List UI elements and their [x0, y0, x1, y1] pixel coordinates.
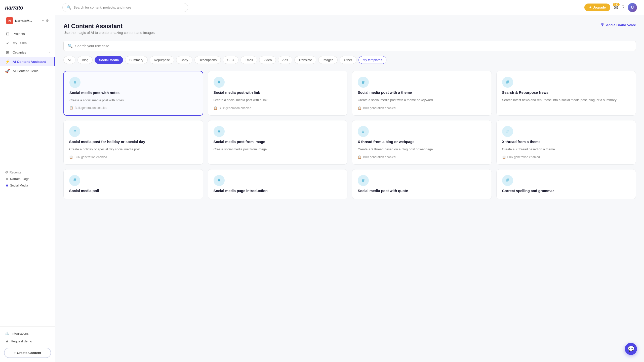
- card-icon: #: [358, 77, 369, 88]
- bulk-icon: 📋: [502, 155, 506, 159]
- topbar-right: ✦ Upgrade ✉ 380 ? U: [584, 3, 637, 12]
- global-search-input[interactable]: [73, 6, 184, 9]
- card-desc: Create social media post from image: [214, 147, 342, 159]
- sidebar-nav: ⊡ Projects ✓ My Tasks ⊞ Organize › ⚡ AI …: [0, 27, 55, 168]
- usecase-search-input[interactable]: [75, 44, 632, 48]
- filter-tab-other[interactable]: Other: [340, 56, 356, 64]
- card-desc: Create a social media post with a link: [214, 98, 342, 103]
- filter-tab-descriptions[interactable]: Descriptions: [194, 56, 221, 64]
- filter-tab-video[interactable]: Video: [259, 56, 276, 64]
- card-desc: Search latest news and repurpose into a …: [502, 98, 630, 110]
- card-title: Social media poll: [69, 189, 197, 193]
- content-area: AI Content Assistant Use the magic of AI…: [55, 15, 644, 362]
- sidebar-item-my-tasks[interactable]: ✓ My Tasks: [0, 38, 55, 48]
- card-social-page-intro[interactable]: # Social media page introduction: [208, 169, 348, 199]
- card-social-notes[interactable]: # Social media post with notes Create a …: [63, 71, 203, 116]
- sidebar-item-ai-content-genie[interactable]: 🚀 AI Content Genie: [0, 66, 55, 76]
- notifications-button[interactable]: ✉ 380: [614, 5, 618, 11]
- page-header-left: AI Content Assistant Use the magic of AI…: [63, 23, 155, 35]
- global-search-bar[interactable]: 🔍: [62, 3, 188, 12]
- recent-item-narrato-blogs[interactable]: Narrato Blogs: [5, 176, 50, 182]
- card-desc: Create a social media post with notes: [69, 98, 197, 103]
- card-social-quote[interactable]: # Social media post with quote: [352, 169, 492, 199]
- chat-bubble-button[interactable]: 💬: [625, 343, 637, 355]
- card-bulk-badge: 📋Bulk generation enabled: [358, 155, 486, 159]
- rocket-icon: 🚀: [5, 69, 10, 73]
- card-icon: #: [69, 126, 80, 137]
- notification-count-badge: 380: [613, 3, 620, 6]
- sidebar-item-integrations[interactable]: ⚓ Integrations: [4, 330, 51, 337]
- card-correct-grammar[interactable]: # Correct spelling and grammar: [496, 169, 636, 199]
- card-social-image[interactable]: # Social media post from image Create so…: [208, 120, 348, 164]
- filter-tab-email[interactable]: Email: [240, 56, 257, 64]
- sidebar: narrato N NarratoM... ▾ ⚙ ⊡ Projects ✓ M…: [0, 0, 55, 362]
- card-x-thread-theme[interactable]: # X thread from a theme Create a X threa…: [496, 120, 636, 164]
- chat-icon: 💬: [628, 346, 634, 352]
- sidebar-item-projects[interactable]: ⊡ Projects: [0, 29, 55, 38]
- card-social-link[interactable]: # Social media post with link Create a s…: [208, 71, 348, 116]
- search-icon: 🔍: [68, 43, 73, 48]
- filter-tab-images[interactable]: Images: [318, 56, 338, 64]
- workspace-selector[interactable]: N NarratoM... ▾ ⚙: [2, 15, 53, 26]
- bulk-icon: 📋: [69, 106, 73, 110]
- monitor-icon: 🖥: [5, 339, 8, 343]
- filter-tab-summary[interactable]: Summary: [125, 56, 148, 64]
- gear-icon[interactable]: ⚙: [46, 19, 49, 23]
- sidebar-item-ai-content-assistant[interactable]: ⚡ AI Content Assistant: [0, 57, 55, 66]
- card-x-thread-blog[interactable]: # X thread from a blog or webpage Create…: [352, 120, 492, 164]
- card-desc: Create a holiday or special day social m…: [69, 147, 197, 152]
- bulk-icon: 📋: [358, 155, 361, 159]
- card-social-theme[interactable]: # Social media post with a theme Create …: [352, 71, 492, 116]
- card-icon: #: [69, 175, 80, 186]
- filter-tab-seo[interactable]: SEO: [223, 56, 238, 64]
- sidebar-item-request-demo[interactable]: 🖥 Request demo: [4, 337, 51, 345]
- card-icon: #: [502, 175, 513, 186]
- sidebar-item-organize[interactable]: ⊞ Organize ›: [0, 48, 55, 57]
- filter-tab-translate[interactable]: Translate: [294, 56, 316, 64]
- card-social-poll[interactable]: # Social media poll: [63, 169, 203, 199]
- projects-icon: ⊡: [5, 31, 10, 36]
- app-logo: narrato: [0, 0, 55, 14]
- filter-tabs: AllBlogSocial MediaSummaryRepurposeCopyD…: [63, 56, 636, 64]
- filter-tab-repurpose[interactable]: Repurpose: [150, 56, 174, 64]
- workspace-name: NarratoM...: [15, 19, 40, 23]
- recent-dot-icon: [6, 185, 8, 187]
- help-icon[interactable]: ?: [622, 5, 624, 10]
- card-social-holiday[interactable]: # Social media post for holiday or speci…: [63, 120, 203, 164]
- chevron-right-icon: ›: [49, 51, 50, 54]
- recents-label: ⏱ Recents: [5, 171, 50, 174]
- card-bulk-badge: 📋Bulk generation enabled: [69, 155, 197, 159]
- card-search-repurpose[interactable]: # Search & Repurpose News Search latest …: [496, 71, 636, 116]
- filter-tab-my-templates[interactable]: My templates: [358, 56, 386, 64]
- card-title: Social media post with link: [214, 90, 342, 95]
- usecase-search-bar[interactable]: 🔍: [63, 41, 636, 51]
- filter-tab-social-media[interactable]: Social Media: [95, 56, 123, 64]
- sidebar-bottom: ⚓ Integrations 🖥 Request demo + Create C…: [0, 326, 55, 362]
- card-title: Social media post with a theme: [358, 90, 486, 95]
- main-area: 🔍 ✦ Upgrade ✉ 380 ? U AI Content Assista…: [55, 0, 644, 362]
- anchor-icon: ⚓: [5, 332, 9, 335]
- microphone-icon: 🎙: [600, 23, 605, 27]
- card-title: Social media page introduction: [214, 189, 342, 193]
- recent-item-social-media[interactable]: Social Media: [5, 182, 50, 189]
- card-title: Social media post for holiday or special…: [69, 140, 197, 144]
- card-icon: #: [502, 77, 513, 88]
- chevron-down-icon: ▾: [42, 19, 44, 22]
- recent-dot-icon: [6, 178, 8, 180]
- card-icon: #: [214, 175, 225, 186]
- create-content-button[interactable]: + Create Content: [4, 348, 51, 358]
- sidebar-item-label: Projects: [13, 32, 25, 36]
- add-brand-voice-button[interactable]: 🎙 Add a Brand Voice: [600, 23, 636, 27]
- filter-tab-ads[interactable]: Ads: [278, 56, 292, 64]
- search-icon: 🔍: [67, 5, 71, 10]
- workspace-avatar: N: [6, 17, 13, 24]
- tasks-icon: ✓: [5, 41, 10, 46]
- lightning-icon: ⚡: [5, 59, 10, 64]
- filter-tab-blog[interactable]: Blog: [77, 56, 93, 64]
- filter-tab-copy[interactable]: Copy: [176, 56, 192, 64]
- user-avatar[interactable]: U: [628, 3, 637, 12]
- filter-tab-all[interactable]: All: [63, 56, 75, 64]
- card-desc: Create a X thread based on a theme: [502, 147, 630, 152]
- upgrade-button[interactable]: ✦ Upgrade: [584, 4, 610, 11]
- card-bulk-badge: 📋Bulk generation enabled: [69, 106, 197, 110]
